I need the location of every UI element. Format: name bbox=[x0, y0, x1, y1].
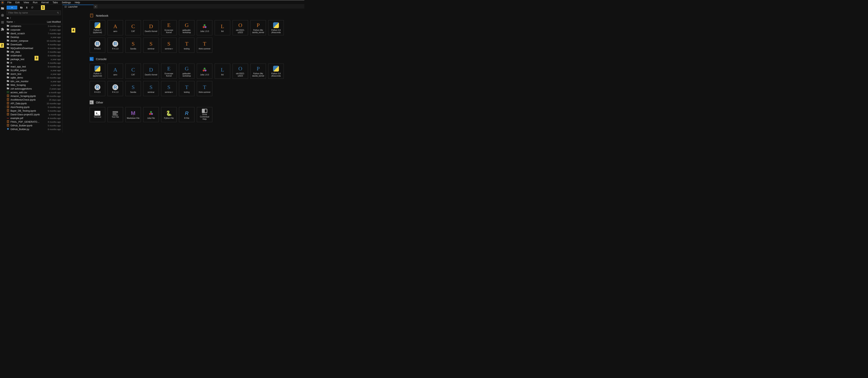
menu-tabs[interactable]: Tabs bbox=[51, 1, 60, 4]
menu-run[interactable]: Run bbox=[31, 1, 39, 4]
launcher-card[interactable]: PPython (My davids_kernel bbox=[250, 64, 266, 79]
launcher-card[interactable]: Aaero bbox=[107, 64, 123, 79]
file-row[interactable]: docker_compose10 months ago bbox=[5, 39, 62, 43]
launcher-card[interactable]: DDavid's Kernel bbox=[143, 64, 159, 79]
card-label: Python File bbox=[164, 117, 174, 119]
upload-icon[interactable] bbox=[25, 6, 28, 9]
launcher-card[interactable]: SSandia bbox=[125, 81, 141, 96]
extensions-icon[interactable] bbox=[1, 28, 4, 31]
launcher-card[interactable]: Julia 1.9.3 bbox=[197, 20, 212, 35]
toc-icon[interactable] bbox=[1, 21, 4, 24]
launcher-card[interactable]: Tthink-summer bbox=[197, 38, 212, 53]
launcher-card[interactable]: $_Terminal bbox=[90, 107, 105, 122]
new-launcher-button[interactable] bbox=[7, 6, 17, 9]
letter-icon: S bbox=[148, 84, 155, 91]
launcher-card[interactable]: Oold-f2022-s2023 bbox=[232, 20, 248, 35]
file-row[interactable]: GitHub_Builder.py6 months ago bbox=[5, 127, 62, 131]
launcher-card[interactable]: RR File bbox=[179, 107, 194, 122]
launcher-card[interactable]: Sseminar-r bbox=[161, 38, 177, 53]
launcher-card[interactable]: Python 3 (ipykernel) bbox=[90, 64, 105, 79]
running-icon[interactable] bbox=[1, 13, 4, 17]
file-row[interactable]: zsh-autosuggestions2 years ago bbox=[5, 87, 62, 91]
launcher-card[interactable]: Oold-f2022-s2023 bbox=[232, 64, 248, 79]
launcher-card[interactable]: Lllnl bbox=[215, 20, 230, 35]
file-row[interactable]: slurm_testa year ago bbox=[5, 72, 62, 76]
file-row[interactable]: sqlite_demo10 months ago bbox=[5, 76, 62, 79]
file-row[interactable]: PDFexample.pdf4 months ago bbox=[5, 116, 62, 120]
file-row[interactable]: MyQualtricsDownload6 months ago bbox=[5, 46, 62, 50]
file-row[interactable]: FINAL_PDF_GENERATOR.ipynb8 months ago bbox=[5, 120, 62, 124]
file-row[interactable]: API_Data.ipynb10 months ago bbox=[5, 102, 62, 105]
file-row[interactable]: corporate2 years ago bbox=[5, 28, 62, 32]
launcher-card[interactable]: R 4.1.0 bbox=[107, 81, 123, 96]
launcher-card[interactable]: MMarkdown File bbox=[125, 107, 141, 122]
section-header: >_Console bbox=[90, 57, 301, 61]
launcher-card[interactable]: Sseminar bbox=[143, 38, 159, 53]
menu-settings[interactable]: Settings bbox=[60, 1, 73, 4]
launcher-card[interactable]: Ggallaudet-workshop bbox=[179, 64, 194, 79]
filter-input[interactable] bbox=[7, 10, 61, 15]
launcher-card[interactable]: Lllnl bbox=[215, 64, 230, 79]
menu-kernel[interactable]: Kernel bbox=[39, 1, 51, 4]
launcher-card[interactable]: Ggallaudet-workshop bbox=[179, 20, 194, 35]
menu-view[interactable]: View bbox=[22, 1, 31, 4]
file-row[interactable]: David-Glass-project01.ipynba month ago bbox=[5, 113, 62, 116]
file-row[interactable]: R4 months ago bbox=[5, 61, 62, 65]
menu-edit[interactable]: Edit bbox=[13, 1, 22, 4]
launcher-card[interactable]: Text File bbox=[107, 107, 123, 122]
file-row[interactable]: Bayer_DB_Testing.ipynb5 months ago bbox=[5, 109, 62, 113]
column-modified[interactable]: Last Modified bbox=[40, 21, 61, 23]
column-name[interactable]: Name bbox=[7, 21, 40, 23]
launcher-card[interactable]: Python 3.8 (Anaconda bbox=[268, 20, 284, 35]
menu-file[interactable]: File bbox=[5, 1, 13, 4]
menu-help[interactable]: Help bbox=[73, 1, 82, 4]
file-row[interactable]: AnvilMentorCheck.ipynb25 days ago bbox=[5, 98, 62, 102]
refresh-icon[interactable] bbox=[31, 6, 34, 9]
file-modified: 6 months ago bbox=[40, 47, 61, 49]
launcher-card[interactable]: DDavid's Kernel bbox=[143, 20, 159, 35]
launcher-card[interactable]: R 4.0.5 bbox=[90, 81, 105, 96]
breadcrumb[interactable]: / bbox=[5, 16, 62, 20]
file-row[interactable]: nltk_data2 months ago bbox=[5, 50, 62, 54]
file-row[interactable]: AtomTesting.ipynb5 months ago bbox=[5, 105, 62, 109]
file-row[interactable]: Desktopa year ago bbox=[5, 35, 62, 39]
launcher-card[interactable]: Julia 1.9.3 bbox=[197, 64, 212, 79]
launcher-card[interactable]: Python 3.8 (Anaconda bbox=[268, 64, 284, 79]
file-row[interactable]: ondemand6 months ago bbox=[5, 54, 62, 57]
add-tab-button[interactable]: + bbox=[94, 5, 97, 8]
file-row[interactable]: david_scratch7 months ago bbox=[5, 32, 62, 35]
file-row[interactable]: Downloads4 months ago bbox=[5, 43, 62, 46]
launcher-card[interactable]: SSandia bbox=[125, 38, 141, 53]
launcher-card[interactable]: 🐍Python File bbox=[161, 107, 177, 122]
launcher-card[interactable]: Ttesting bbox=[179, 81, 194, 96]
launcher-card[interactable]: CCAT bbox=[125, 64, 141, 79]
file-row[interactable]: GitHub_Builder.ipynb5 months ago bbox=[5, 124, 62, 127]
launcher-card[interactable]: Sseminar-r bbox=[161, 81, 177, 96]
file-row[interactable]: Web_Scrapinga year ago bbox=[5, 83, 62, 87]
file-row[interactable]: containers3 months ago bbox=[5, 24, 62, 28]
launcher-card[interactable]: R 4.0.5 bbox=[90, 38, 105, 53]
launcher-card[interactable]: CCAT bbox=[125, 20, 141, 35]
tab-launcher[interactable]: Launcher bbox=[62, 5, 94, 8]
launcher-card[interactable]: EEcoscope Kernel bbox=[161, 64, 177, 79]
folder-icon[interactable] bbox=[1, 7, 4, 10]
file-row[interactable]: package_testa year ago bbox=[5, 57, 62, 61]
launcher-card[interactable]: Ttesting bbox=[179, 38, 194, 53]
launcher-card[interactable]: Aaero bbox=[107, 20, 123, 35]
launcher-card[interactable]: Sseminar bbox=[143, 81, 159, 96]
file-row[interactable]: Amazon_Scraping.ipynb10 months ago bbox=[5, 94, 62, 98]
launcher-card[interactable]: R 4.1.0 bbox=[107, 38, 123, 53]
folder-icon bbox=[7, 61, 10, 65]
file-row[interactable]: SLURM_outputa year ago bbox=[5, 68, 62, 72]
file-row[interactable]: react_app_test5 months ago bbox=[5, 65, 62, 68]
launcher-card[interactable]: EEcoscope Kernel bbox=[161, 20, 177, 35]
new-folder-icon[interactable] bbox=[20, 6, 23, 9]
file-row[interactable]: tdm_use_monitora year ago bbox=[5, 79, 62, 83]
launcher-card[interactable]: Tthink-summer bbox=[197, 81, 212, 96]
launcher-card[interactable]: Julia File bbox=[143, 107, 159, 122]
breadcrumb-root[interactable]: / bbox=[10, 17, 11, 20]
launcher-card[interactable]: Show Contextual Help bbox=[197, 107, 212, 122]
launcher-card[interactable]: Python 3 (ipykernel) bbox=[90, 20, 105, 35]
launcher-card[interactable]: PPython (My davids_kernel bbox=[250, 20, 266, 35]
file-row[interactable]: access_add.csva month ago bbox=[5, 91, 62, 94]
